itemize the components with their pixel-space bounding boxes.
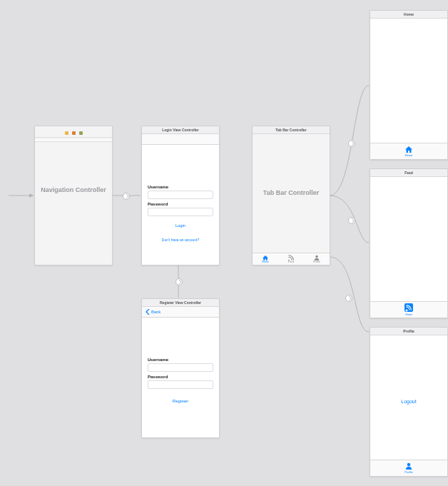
home-icon [405,146,412,153]
login-view-controller-scene[interactable]: Login View Controller Username Password … [141,126,220,265]
tab-home-label: Home [262,260,268,263]
home-titlebar: Home [370,11,447,19]
profile-bottom-label: Profile [404,470,412,474]
home-icon [263,255,268,260]
register-password-input[interactable] [148,380,213,389]
login-password-input[interactable] [148,208,213,216]
profile-bottom-bar: Profile [370,460,447,476]
profile-titlebar: Profile [370,328,447,335]
segue-tab-profile [345,295,352,302]
rss-icon [288,255,294,260]
tabbar-body-label: Tab Bar Controller [253,189,330,196]
navigation-controller-scene[interactable]: Navigation Controller [34,126,113,265]
register-password-label: Password [142,375,219,379]
home-bottom-bar: Home [370,143,447,159]
segue-tab-home [348,140,355,147]
tabbar-titlebar: Tab Bar Controller [253,126,330,134]
register-username-label: Username [142,358,219,362]
register-view-controller-scene[interactable]: Register View Controller Back Username P… [141,298,220,438]
profile-view-controller-scene[interactable]: Profile Logout Profile [370,327,448,477]
register-button[interactable]: Register [142,399,219,403]
register-navbar: Back [142,307,219,318]
feed-bottom-bar: Feed [370,301,447,318]
register-titlebar: Register View Controller [142,299,219,307]
login-button[interactable]: Login [142,223,219,228]
tab-profile[interactable]: Profile [304,253,330,265]
home-bottom-label: Home [405,153,413,157]
nav-controller-toolbar [35,128,112,138]
segue-root [123,193,130,200]
segue-login-to-register [175,278,183,285]
home-view-controller-scene[interactable]: Home Home [370,10,448,160]
tab-profile-label: Profile [313,260,320,263]
svg-point-6 [407,463,411,467]
login-navbar [142,134,219,145]
login-password-label: Password [142,202,219,206]
tab-bar-controller-scene[interactable]: Tab Bar Controller Tab Bar Controller Ho… [252,126,330,265]
feed-bottom-label: Feed [405,313,412,316]
logout-button[interactable]: Logout [370,399,447,404]
person-icon [405,462,412,470]
register-prompt-link[interactable]: Don't have an account? [142,238,219,242]
register-username-input[interactable] [148,363,213,372]
tab-home[interactable]: Home [253,253,278,265]
login-username-input[interactable] [148,191,213,199]
tab-feed[interactable]: Feed [278,253,304,265]
rss-icon [404,303,413,312]
person-icon [314,255,320,260]
login-titlebar: Login View Controller [142,126,219,134]
svg-point-4 [315,255,318,258]
svg-marker-1 [29,193,34,198]
login-username-label: Username [142,185,219,189]
nav-controller-label: Navigation Controller [35,186,112,193]
segue-tab-feed [348,217,355,224]
feed-titlebar: Feed [370,169,447,177]
storyboard-canvas: { "entry_arrow": true, "nav_controller":… [0,0,448,486]
feed-view-controller-scene[interactable]: Feed Feed [370,168,448,318]
back-label: Back [151,307,161,317]
chevron-left-icon [146,309,150,315]
tab-bar: Home Feed Profile [253,253,330,265]
tab-feed-label: Feed [288,260,294,263]
back-button[interactable]: Back [142,307,219,317]
